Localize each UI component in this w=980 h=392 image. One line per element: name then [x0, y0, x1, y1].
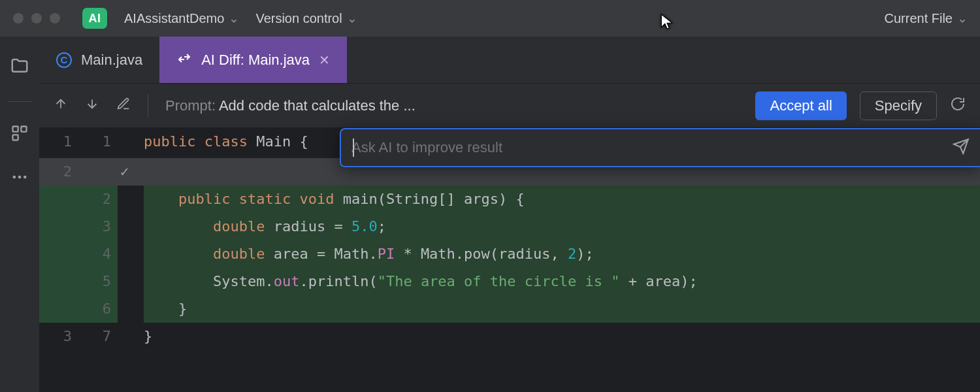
svg-point-5 [24, 176, 27, 179]
editor-wrap: 1 1 public class Main { 2 ✓ 2 [39, 128, 980, 392]
code-line: } [144, 323, 980, 350]
gutter-right: 7 [78, 323, 118, 350]
vcs-label: Version control [255, 11, 342, 26]
project-selector[interactable]: AIAssistantDemo [124, 11, 238, 26]
ai-badge-icon: AI [82, 8, 107, 29]
gutter-left [39, 213, 78, 240]
toolbar-separator [148, 94, 148, 118]
diff-toolbar: Prompt: Add code that calculates the ...… [39, 84, 980, 128]
editor-area: C Main.java AI Diff: Main.java ✕ [39, 37, 980, 392]
prompt-prefix: Prompt: [165, 97, 219, 114]
diff-icon [176, 50, 192, 69]
gutter-marker [118, 268, 144, 295]
gutter-left: 1 [39, 128, 78, 158]
gutter-right: 4 [78, 240, 118, 268]
gutter-marker [118, 128, 144, 158]
chevron-down-icon [958, 14, 967, 23]
gutter-left: 2 [39, 158, 78, 186]
gutter-left [39, 268, 78, 295]
chevron-down-icon [348, 14, 357, 23]
project-tool-icon[interactable] [10, 56, 29, 79]
svg-point-4 [18, 176, 22, 179]
structure-tool-icon[interactable] [10, 124, 29, 146]
gutter-left [39, 295, 78, 323]
editor-tab-strip: C Main.java AI Diff: Main.java ✕ [39, 37, 980, 84]
close-tab-icon[interactable]: ✕ [319, 52, 330, 68]
reload-icon[interactable] [950, 96, 966, 115]
gutter-left: 3 [39, 323, 78, 350]
ai-improve-input[interactable] [351, 139, 943, 156]
tab-ai-diff[interactable]: AI Diff: Main.java ✕ [159, 37, 347, 83]
project-name: AIAssistantDemo [124, 11, 224, 26]
prev-change-icon[interactable] [54, 97, 68, 114]
gutter-marker [118, 295, 144, 323]
gutter-marker [118, 186, 144, 213]
text-caret [353, 139, 354, 157]
chevron-down-icon [229, 14, 238, 23]
checkmark-icon: ✓ [118, 158, 144, 186]
title-bar: AI AIAssistantDemo Version control Curre… [0, 0, 980, 37]
vcs-menu[interactable]: Version control [255, 11, 356, 26]
rail-separator [8, 101, 31, 102]
traffic-min[interactable] [31, 13, 42, 24]
svg-point-3 [13, 176, 16, 179]
tab-label: AI Diff: Main.java [201, 52, 310, 69]
gutter-right: 1 [78, 128, 118, 158]
gutter-marker [118, 323, 144, 350]
ai-improve-popup [340, 128, 980, 167]
code-line: double area = Math.PI * Math.pow(radius,… [144, 240, 980, 268]
next-change-icon[interactable] [85, 97, 99, 114]
tab-label: Main.java [81, 52, 142, 69]
code-line: System.out.println("The area of the circ… [144, 268, 980, 295]
svg-rect-1 [21, 127, 26, 132]
java-class-icon: C [56, 52, 72, 68]
accept-all-button[interactable]: Accept all [755, 91, 846, 120]
send-icon[interactable] [953, 138, 970, 158]
gutter-left [39, 240, 78, 268]
gutter-right: 3 [78, 213, 118, 240]
code-line: } [144, 295, 980, 323]
edit-icon[interactable] [116, 97, 131, 114]
window-traffic-lights [13, 13, 60, 24]
gutter-right: 6 [78, 295, 118, 323]
gutter-right: 5 [78, 268, 118, 295]
run-scope-selector[interactable]: Current File [885, 11, 967, 26]
prompt-display: Prompt: Add code that calculates the ... [165, 97, 416, 114]
gutter-marker [118, 240, 144, 268]
traffic-max[interactable] [50, 13, 60, 24]
run-scope-label: Current File [885, 11, 953, 26]
more-tool-icon[interactable] [10, 168, 29, 189]
gutter-left [39, 186, 78, 213]
gutter-marker [118, 213, 144, 240]
traffic-close[interactable] [13, 13, 24, 24]
svg-rect-2 [13, 135, 18, 140]
code-line: double radius = 5.0; [144, 213, 980, 240]
prompt-text: Add code that calculates the ... [219, 97, 416, 114]
svg-rect-0 [13, 127, 18, 132]
gutter-right: 2 [78, 186, 118, 213]
tool-window-rail [0, 37, 39, 392]
specify-button[interactable]: Specify [860, 91, 937, 120]
code-line: public static void main(String[] args) { [144, 186, 980, 213]
gutter-right [78, 158, 118, 186]
tab-main-java[interactable]: C Main.java [39, 37, 159, 83]
